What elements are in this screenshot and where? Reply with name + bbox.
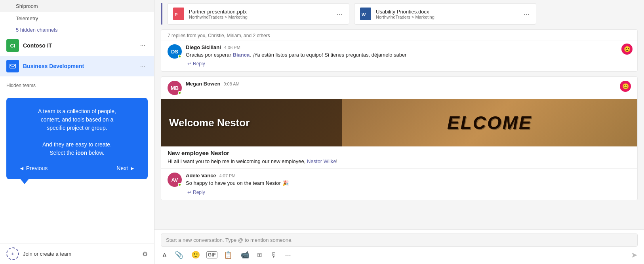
gif-icon[interactable]: GIF (206, 251, 217, 258)
team-name-business-dev: Business Development (23, 63, 138, 69)
attach-file-icon[interactable]: 📎 (173, 250, 185, 260)
tooltip-navigation: ◄ Previous Next ► (16, 163, 138, 173)
thread-accent-bar (161, 3, 162, 25)
settings-gear-icon[interactable]: ⚙ (142, 250, 148, 258)
join-create-label[interactable]: Join or create a team (23, 251, 138, 257)
message-author-adele: Adele Vance (186, 173, 216, 179)
avatar-megan: MB (168, 81, 182, 95)
attachments-row: P Partner presentation.pptx NorthwindTra… (161, 0, 638, 29)
message-diego: DS Diego Siciliani 4:06 PM Gracias por e… (161, 40, 637, 71)
docx-filepath: NorthwindTraders > Marketing (376, 15, 518, 19)
sidebar-channel-list: Shiproom Telemetry 5 hidden channels CI … (0, 0, 154, 243)
emoji-icon[interactable]: 🙂 (190, 250, 202, 260)
svg-text:W: W (362, 12, 366, 17)
message-text-diego: Gracias por esperar Bianca. ¡Ya están li… (186, 51, 631, 59)
sidebar-bottom-bar: + Join or create a team ⚙ (0, 243, 154, 264)
sidebar-team-business-dev[interactable]: Business Development ··· (0, 56, 154, 76)
message-header-diego: Diego Siciliani 4:06 PM (186, 44, 631, 50)
tooltip-previous-button[interactable]: ◄ Previous (16, 163, 51, 173)
welcome-post-author: Megan Bowen (186, 81, 220, 87)
join-create-icon[interactable]: + (6, 247, 19, 260)
audio-message-icon[interactable]: 🎙 (269, 250, 279, 260)
avatar-adele: AV (168, 173, 182, 187)
message-header-adele: Adele Vance 4:07 PM (186, 173, 631, 179)
sidebar-channel-shiproom[interactable]: Shiproom (0, 0, 154, 12)
welcome-mat-big-text: ELCOME (447, 112, 532, 133)
welcome-post-header-info: Megan Bowen 9:08 AM (186, 81, 616, 87)
welcome-post-body: Hi all I want you to help me in welcomin… (161, 158, 637, 168)
welcome-post-title: New employee Nestor (161, 146, 637, 158)
team-more-menu-contoso-it[interactable]: ··· (138, 41, 148, 50)
pptx-file-info: Partner presentation.pptx NorthwindTrade… (189, 9, 331, 19)
megan-online-indicator (178, 91, 181, 95)
thread-replies-count: 7 replies from you, Christie, Miriam, an… (161, 30, 637, 40)
welcome-banner-image: Welcome Nestor ELCOME (161, 99, 637, 146)
pptx-icon: P (172, 7, 185, 21)
compose-toolbar: A 📎 🙂 GIF 📋 📹 ⊞ 🎙 ··· ➤ (161, 250, 638, 260)
svg-rect-0 (10, 64, 15, 68)
welcome-nestor-post: MB Megan Bowen 9:08 AM 😊 Welcome Nest (161, 76, 638, 200)
main-content-area: P Partner presentation.pptx NorthwindTra… (154, 0, 644, 264)
onboarding-tooltip: A team is a collection of people, conten… (6, 98, 148, 179)
reaction-button-diego[interactable]: 😊 (621, 44, 633, 55)
welcome-post-header: MB Megan Bowen 9:08 AM 😊 (161, 77, 637, 99)
format-text-icon[interactable]: A (161, 251, 168, 259)
chevron-left-icon: ◄ (19, 165, 25, 171)
sidebar-channel-telemetry[interactable]: Telemetry (0, 12, 154, 25)
docx-file-info: Usability Priorities.docx NorthwindTrade… (376, 9, 518, 19)
tooltip-content: A team is a collection of people, conten… (16, 107, 138, 157)
welcome-mat-panel: ELCOME (342, 99, 637, 146)
docx-more-icon[interactable]: ··· (522, 10, 531, 18)
team-icon-business-dev (6, 60, 19, 72)
message-adele: AV Adele Vance 4:07 PM So happy to have … (161, 168, 637, 199)
docx-icon: W (359, 7, 372, 21)
attachment-pptx[interactable]: P Partner presentation.pptx NorthwindTra… (167, 3, 349, 25)
attachment-docx[interactable]: W Usability Priorities.docx NorthwindTra… (354, 3, 536, 25)
sidebar-team-contoso-it[interactable]: CI Contoso IT ··· (0, 35, 154, 56)
send-button[interactable]: ➤ (631, 250, 638, 260)
reaction-button-megan[interactable]: 😊 (620, 81, 631, 92)
team-icon-contoso-it: CI (6, 39, 19, 52)
message-time-adele: 4:07 PM (219, 173, 236, 178)
compose-input[interactable]: Start a new conversation. Type @ to ment… (161, 234, 638, 247)
docx-filename: Usability Priorities.docx (376, 9, 518, 15)
avatar-diego: DS (168, 44, 182, 59)
schedule-meeting-icon[interactable]: ⊞ (255, 251, 264, 259)
online-status-indicator (178, 55, 181, 58)
message-text-adele: So happy to have you on the team Nestor … (186, 180, 631, 187)
welcome-image-text: Welcome Nestor (169, 117, 250, 129)
message-content-adele: Adele Vance 4:07 PM So happy to have you… (186, 173, 631, 196)
chevron-right-icon: ► (130, 165, 135, 171)
meet-now-icon[interactable]: 📹 (239, 250, 251, 260)
pptx-filepath: NorthwindTraders > Marketing (189, 15, 331, 19)
message-thread-diego: 7 replies from you, Christie, Miriam, an… (161, 29, 638, 72)
reply-arrow-icon: ↩ (187, 61, 191, 66)
mention-bianca[interactable]: Bianca (233, 52, 250, 58)
chat-messages: P Partner presentation.pptx NorthwindTra… (154, 0, 644, 229)
welcome-post-time: 9:08 AM (223, 82, 239, 86)
hidden-teams-label: Hidden teams (0, 76, 154, 91)
message-author-diego: Diego Siciliani (186, 44, 221, 50)
team-more-menu-business-dev[interactable]: ··· (138, 62, 148, 70)
team-name-contoso-it: Contoso IT (23, 42, 138, 49)
reply-button-adele[interactable]: ↩ Reply (186, 189, 631, 196)
message-time-diego: 4:06 PM (224, 45, 240, 50)
sidebar-hidden-channels[interactable]: 5 hidden channels (0, 25, 154, 35)
more-options-icon[interactable]: ··· (284, 250, 293, 260)
compose-area: Start a new conversation. Type @ to ment… (154, 229, 644, 264)
sidebar: Shiproom Telemetry 5 hidden channels CI … (0, 0, 154, 264)
reply-button-diego[interactable]: ↩ Reply (186, 60, 631, 67)
pptx-more-icon[interactable]: ··· (335, 10, 344, 18)
adele-online-indicator (178, 183, 181, 186)
svg-text:P: P (175, 12, 177, 17)
reply-arrow-icon-adele: ↩ (187, 190, 191, 195)
welcome-post-author-info: Megan Bowen 9:08 AM (186, 81, 616, 88)
nestor-wilke-link[interactable]: Nestor Wilke (307, 158, 336, 164)
sticker-icon[interactable]: 📋 (222, 250, 234, 260)
pptx-filename: Partner presentation.pptx (189, 9, 331, 15)
message-content-diego: Diego Siciliani 4:06 PM Gracias por espe… (186, 44, 631, 67)
tooltip-next-button[interactable]: Next ► (113, 163, 138, 173)
